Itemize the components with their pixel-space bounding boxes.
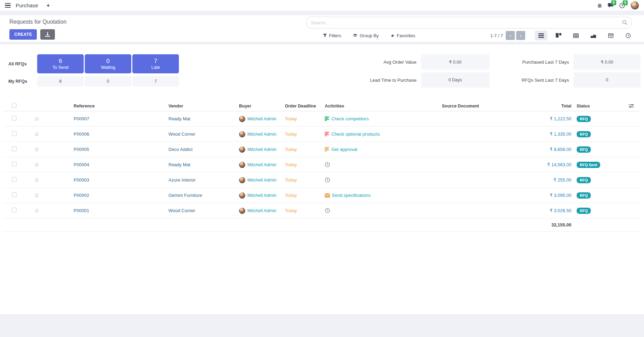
kpi-my-late[interactable]: 7: [132, 76, 179, 87]
hamburger-icon[interactable]: [5, 3, 11, 8]
pager-previous-button[interactable]: ‹: [506, 31, 515, 40]
buyer-cell[interactable]: Mitchell Admin: [238, 162, 283, 168]
kanban-view-icon: [556, 33, 561, 38]
favorite-star-icon[interactable]: ☆: [23, 176, 47, 184]
buyer-cell[interactable]: Mitchell Admin: [238, 116, 283, 122]
reference-link[interactable]: P00002: [47, 193, 167, 198]
view-activity-button[interactable]: [622, 31, 634, 40]
activity-cell[interactable]: [323, 208, 439, 213]
vendor-link[interactable]: Wood Corner: [167, 208, 238, 213]
buyer-cell[interactable]: Mitchell Admin: [238, 131, 283, 137]
search-icon[interactable]: [622, 20, 627, 25]
table-row[interactable]: ☆ P00006 Wood Corner Mitchell Admin Toda…: [3, 127, 641, 142]
optional-columns-icon[interactable]: [622, 104, 641, 108]
reference-link[interactable]: P00006: [47, 131, 167, 137]
column-header-deadline[interactable]: Order Deadline: [283, 104, 323, 109]
view-graph-button[interactable]: [587, 31, 600, 40]
column-header-vendor[interactable]: Vendor: [167, 104, 238, 109]
favorite-star-icon[interactable]: ☆: [23, 146, 47, 153]
app-name[interactable]: Purchase: [16, 2, 38, 8]
buyer-cell[interactable]: Mitchell Admin: [238, 208, 283, 214]
favorite-star-icon[interactable]: ☆: [23, 161, 47, 168]
activity-cell[interactable]: Get approval: [323, 147, 439, 152]
favorite-star-icon[interactable]: ☆: [23, 130, 47, 138]
total-cell: ₹ 8,658.00: [521, 147, 573, 152]
row-checkbox[interactable]: [12, 208, 17, 212]
pager-next-button[interactable]: ›: [516, 31, 525, 40]
total-cell: ₹ 255.00: [521, 177, 573, 183]
table-row[interactable]: ☆ P00005 Deco Addict Mitchell Admin Toda…: [3, 142, 641, 157]
table-row[interactable]: ☆ P00002 Gemini Furniture Mitchell Admin…: [3, 188, 641, 203]
kpi-to-send[interactable]: 6 To Send: [37, 54, 84, 73]
search-input[interactable]: [306, 17, 631, 29]
all-rfqs-label: All RFQs: [3, 54, 37, 73]
buyer-cell[interactable]: Mitchell Admin: [238, 177, 283, 183]
filters-button[interactable]: Filters: [323, 33, 341, 38]
activity-cell[interactable]: Check optional products: [323, 131, 439, 137]
buyer-cell[interactable]: Mitchell Admin: [238, 146, 283, 153]
column-header-reference[interactable]: Reference: [47, 104, 167, 109]
plus-icon[interactable]: +: [47, 2, 50, 9]
table-row[interactable]: ☆ P00007 Ready Mat Mitchell Admin Today …: [3, 111, 641, 127]
activity-cell[interactable]: [323, 177, 439, 183]
messages-badge: 5: [611, 0, 616, 5]
column-header-activities[interactable]: Activities: [323, 104, 439, 109]
vendor-link[interactable]: Ready Mat: [167, 116, 238, 121]
vendor-link[interactable]: Gemini Furniture: [167, 193, 238, 198]
table-row[interactable]: ☆ P00001 Wood Corner Mitchell Admin Toda…: [3, 203, 641, 218]
favorite-star-icon[interactable]: ☆: [23, 115, 47, 122]
table-row[interactable]: ☆ P00004 Ready Mat Mitchell Admin Today …: [3, 157, 641, 172]
vendor-link[interactable]: Deco Addict: [167, 147, 238, 152]
activity-cell[interactable]: Check competitors: [323, 116, 439, 121]
kpi-my-waiting[interactable]: 0: [85, 76, 131, 87]
column-header-status[interactable]: Status: [573, 104, 622, 109]
view-pivot-button[interactable]: [570, 31, 582, 40]
chat-icon[interactable]: 5: [608, 3, 614, 8]
vendor-link[interactable]: Azure Interior: [167, 177, 238, 183]
kpi-my-to-send[interactable]: 6: [37, 76, 84, 87]
reference-link[interactable]: P00005: [47, 147, 167, 152]
reference-link[interactable]: P00001: [47, 208, 167, 213]
column-header-source[interactable]: Source Document: [439, 104, 521, 109]
pivot-view-icon: [573, 33, 579, 38]
tasks-icon: [325, 117, 330, 121]
activity-label: Check competitors: [331, 116, 369, 121]
status-badge: RFQ: [577, 177, 591, 183]
kpi-late[interactable]: 7 Late: [132, 54, 179, 73]
favorites-button[interactable]: ★ Favorites: [390, 33, 415, 38]
reference-link[interactable]: P00007: [47, 116, 167, 121]
row-checkbox[interactable]: [12, 177, 17, 182]
row-checkbox[interactable]: [12, 162, 17, 167]
view-calendar-button[interactable]: [604, 31, 617, 40]
kpi-label: Waiting: [101, 65, 115, 70]
status-cell: RFQ Sent: [573, 162, 622, 168]
favorite-star-icon[interactable]: ☆: [23, 207, 47, 214]
select-all-checkbox[interactable]: [12, 103, 17, 108]
create-button[interactable]: CREATE: [9, 29, 37, 40]
reference-link[interactable]: P00003: [47, 177, 167, 183]
row-checkbox[interactable]: [12, 146, 17, 151]
kpi-waiting[interactable]: 0 Waiting: [85, 54, 131, 73]
vendor-link[interactable]: Ready Mat: [167, 162, 238, 167]
row-checkbox[interactable]: [12, 116, 17, 121]
bug-icon[interactable]: [597, 3, 602, 8]
buyer-cell[interactable]: Mitchell Admin: [238, 192, 283, 199]
activity-cell[interactable]: [323, 162, 439, 167]
reference-link[interactable]: P00004: [47, 162, 167, 167]
view-list-button[interactable]: [535, 31, 547, 40]
view-kanban-button[interactable]: [552, 31, 565, 40]
pager-count: 1-7 / 7: [490, 33, 503, 38]
status-badge: RFQ: [577, 208, 591, 214]
column-header-total[interactable]: Total: [521, 104, 573, 109]
vendor-link[interactable]: Wood Corner: [167, 131, 238, 137]
clock-icon[interactable]: 5: [619, 3, 625, 8]
column-header-buyer[interactable]: Buyer: [238, 104, 283, 109]
favorite-star-icon[interactable]: ☆: [23, 192, 47, 199]
user-avatar[interactable]: [630, 1, 639, 10]
table-row[interactable]: ☆ P00003 Azure Interior Mitchell Admin T…: [3, 172, 641, 188]
group-by-button[interactable]: Group By: [353, 33, 379, 38]
export-button[interactable]: [40, 29, 55, 40]
activity-cell[interactable]: Send specifications: [323, 193, 439, 198]
row-checkbox[interactable]: [12, 192, 17, 197]
row-checkbox[interactable]: [12, 131, 17, 136]
